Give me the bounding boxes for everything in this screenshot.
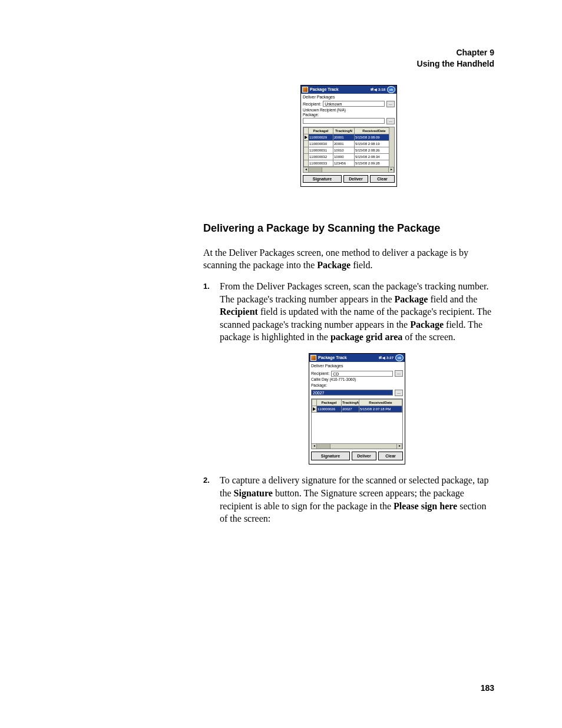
- recipient-detail: Unknown Recipient (N/A): [301, 108, 396, 113]
- col-tracking[interactable]: TrackingN: [342, 399, 359, 406]
- recipient-label: Recipient:: [303, 102, 321, 106]
- scroll-left-icon[interactable]: ◂: [312, 444, 317, 449]
- deliver-button[interactable]: Deliver: [343, 175, 368, 183]
- col-tracking[interactable]: TrackingN: [333, 127, 355, 134]
- scroll-right-icon[interactable]: ▸: [397, 444, 402, 449]
- col-packageid[interactable]: PackageI: [317, 399, 342, 406]
- handheld-screen-2: Package Track ⇄ ◀ 3:27 ok Deliver Packag…: [309, 353, 405, 465]
- recipient-input[interactable]: CD: [331, 371, 393, 377]
- package-grid[interactable]: PackageI TrackingN ReceivedDate 11000002…: [311, 398, 403, 449]
- step-2: 2. To capture a delivery signature for t…: [203, 474, 494, 525]
- chapter-label: Chapter 9: [203, 47, 494, 58]
- figure-1: Package Track ⇄ ◀ 3:18 ok Deliver Packag…: [203, 85, 494, 187]
- horizontal-scrollbar[interactable]: ◂ ▸: [303, 167, 394, 172]
- recipient-input[interactable]: Unknown: [323, 101, 385, 107]
- step-1: 1. From the Deliver Packages screen, sca…: [203, 280, 494, 465]
- package-label: Package:: [301, 113, 396, 117]
- scroll-right-icon[interactable]: ▸: [389, 167, 394, 172]
- grid-header-row: PackageI TrackingN ReceivedDate: [312, 399, 402, 406]
- ok-button-icon[interactable]: ok: [387, 86, 395, 93]
- col-received[interactable]: ReceivedDate: [355, 127, 394, 134]
- signature-button[interactable]: Signature: [303, 175, 342, 183]
- col-received[interactable]: ReceivedDate: [359, 399, 402, 406]
- document-page: Chapter 9 Using the Handheld Package Tra…: [0, 0, 562, 728]
- recipient-label: Recipient:: [311, 371, 329, 376]
- package-label: Package:: [309, 383, 405, 389]
- figure-2: Package Track ⇄ ◀ 3:27 ok Deliver Packag…: [220, 353, 494, 465]
- app-icon: [310, 355, 316, 361]
- table-row[interactable]: 110000030 20001 5/15/08 2:08:19: [304, 140, 394, 147]
- app-icon: [302, 87, 308, 93]
- clear-button[interactable]: Clear: [370, 175, 395, 183]
- page-number: 183: [481, 683, 494, 693]
- recipient-detail: Callie Day (410-771-3060): [309, 377, 405, 383]
- table-row[interactable]: 110000031 10010 5/15/08 2:08:26: [304, 147, 394, 153]
- section-heading: Delivering a Package by Scanning the Pac…: [203, 222, 494, 235]
- scroll-left-icon[interactable]: ◂: [303, 167, 309, 172]
- page-header: Chapter 9 Using the Handheld: [203, 47, 494, 70]
- screen-title: Deliver Packages: [301, 94, 396, 100]
- system-tray-icon[interactable]: ⇄ ◀ 3:27: [379, 355, 394, 360]
- package-grid[interactable]: PackageI TrackingN ReceivedDate 11000002…: [303, 127, 395, 173]
- system-tray-icon[interactable]: ⇄ ◀ 3:18: [371, 87, 385, 91]
- grid-header-row: PackageI TrackingN ReceivedDate: [304, 127, 394, 134]
- scroll-thumb[interactable]: [317, 444, 330, 449]
- package-browse-button[interactable]: ...: [395, 390, 403, 396]
- titlebar: Package Track ⇄ ◀ 3:18 ok: [301, 85, 396, 94]
- horizontal-scrollbar[interactable]: ◂ ▸: [312, 443, 402, 449]
- recipient-browse-button[interactable]: ...: [386, 101, 395, 107]
- table-row[interactable]: 110000026 20027 5/15/08 2:07:18 PM: [312, 406, 402, 412]
- package-browse-button[interactable]: ...: [386, 118, 395, 124]
- package-input[interactable]: 20027: [311, 390, 393, 396]
- signature-button[interactable]: Signature: [311, 452, 350, 460]
- col-packageid[interactable]: PackageI: [309, 127, 333, 134]
- package-input[interactable]: [303, 118, 385, 124]
- intro-paragraph: At the Deliver Packages screen, one meth…: [203, 246, 494, 272]
- chapter-title: Using the Handheld: [203, 58, 494, 70]
- recipient-browse-button[interactable]: ...: [395, 370, 403, 377]
- steps-list: 1. From the Deliver Packages screen, sca…: [203, 280, 494, 525]
- table-row[interactable]: 110000032 10000 5/15/08 2:08:34: [304, 153, 394, 160]
- grid-empty-area: [312, 413, 402, 443]
- app-title: Package Track: [310, 87, 369, 91]
- app-title: Package Track: [318, 355, 377, 360]
- step-number: 2.: [203, 475, 210, 486]
- step-number: 1.: [203, 281, 210, 292]
- table-row[interactable]: 110000029 20001 5/15/08 2:08:09: [304, 134, 394, 140]
- vertical-scrollbar[interactable]: [389, 127, 394, 167]
- titlebar: Package Track ⇄ ◀ 3:27 ok: [309, 354, 405, 362]
- handheld-screen-1: Package Track ⇄ ◀ 3:18 ok Deliver Packag…: [300, 85, 397, 187]
- clear-button[interactable]: Clear: [378, 452, 403, 460]
- ok-button-icon[interactable]: ok: [395, 354, 404, 361]
- table-row[interactable]: 110000033 123456 5/15/08 2:09:28: [304, 160, 394, 166]
- screen-title: Deliver Packages: [309, 362, 405, 370]
- scroll-thumb[interactable]: [309, 167, 322, 172]
- deliver-button[interactable]: Deliver: [352, 452, 376, 460]
